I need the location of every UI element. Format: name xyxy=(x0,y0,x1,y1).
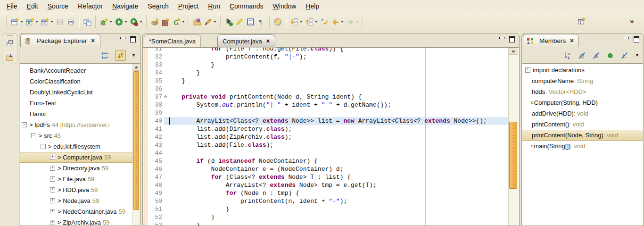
dropdown-arrow-icon[interactable] xyxy=(50,21,53,23)
show-whitespace-button[interactable]: ¶ xyxy=(256,17,267,27)
editor-tab-computerjava[interactable]: JComputer.java✕ xyxy=(217,34,275,48)
member-item[interactable]: CComputer(String, HDD) xyxy=(522,97,643,108)
close-icon[interactable]: ✕ xyxy=(266,38,270,44)
open-folder-button[interactable] xyxy=(192,17,203,27)
menu-item-edit[interactable]: Edit xyxy=(22,1,43,11)
run-history-button[interactable] xyxy=(129,17,144,27)
dropdown-arrow-icon[interactable] xyxy=(300,21,303,23)
tree-item[interactable]: DoublyLinkedCyclicList xyxy=(20,87,132,98)
sort-button[interactable]: az xyxy=(563,50,573,60)
run-button[interactable] xyxy=(114,17,129,27)
dropdown-arrow-icon[interactable] xyxy=(20,21,23,23)
hide-fields-button[interactable] xyxy=(577,50,587,60)
view-menu-icon[interactable]: ▼ xyxy=(634,53,641,58)
menu-item-help[interactable]: Help xyxy=(301,1,324,11)
tree-item[interactable]: +J> File.java59 xyxy=(20,174,132,184)
menu-item-window[interactable]: Window xyxy=(268,1,301,11)
debug-button[interactable] xyxy=(99,17,114,27)
open-perspective-button[interactable] xyxy=(576,16,587,27)
tree-item[interactable]: −J> IpdFs44 [https://svnserver.i xyxy=(20,119,132,130)
minimize-button[interactable] xyxy=(498,36,505,42)
member-item[interactable]: Smain(String[]) : void xyxy=(522,141,643,151)
menu-item-source[interactable]: Source xyxy=(43,1,73,11)
tree-item[interactable]: +J> HDD.java59 xyxy=(20,184,132,195)
expander-icon[interactable]: − xyxy=(41,144,46,149)
fast-view-grip[interactable] xyxy=(7,35,13,36)
tree-item[interactable]: −> src45 xyxy=(20,130,132,141)
console-button[interactable] xyxy=(245,17,256,27)
collapse-all-button[interactable] xyxy=(101,50,111,60)
expander-icon[interactable]: + xyxy=(50,155,55,160)
close-icon[interactable]: ✕ xyxy=(570,38,574,44)
package-explorer-tab[interactable]: Package Explorer ✕ xyxy=(20,34,100,47)
restore-views-button[interactable] xyxy=(4,38,15,49)
pointer-button[interactable] xyxy=(223,17,234,27)
dropdown-arrow-icon[interactable] xyxy=(214,21,216,23)
scroll-up-icon[interactable] xyxy=(133,64,140,71)
tree-item[interactable]: +J> Computer.java59 xyxy=(20,152,132,163)
package-explorer-tree[interactable]: BankAccountReaderColorClassificationDoub… xyxy=(20,63,140,226)
tree-item[interactable]: +J> NodeContainer.java59 xyxy=(20,206,132,217)
open-view-button[interactable] xyxy=(4,52,15,63)
expander-icon[interactable]: + xyxy=(525,67,530,73)
view-menu-icon[interactable]: ▼ xyxy=(130,53,137,58)
scroll-up-icon[interactable] xyxy=(509,48,518,55)
close-icon[interactable]: ✕ xyxy=(91,38,95,44)
box-wizard-button[interactable] xyxy=(149,17,160,27)
dropdown-arrow-icon[interactable] xyxy=(356,21,359,23)
member-item[interactable]: printContent(Node, String) : void xyxy=(522,130,643,141)
menu-item-project[interactable]: Project xyxy=(173,1,204,11)
web-browser-button[interactable] xyxy=(272,17,283,27)
last-edit-location-button[interactable] xyxy=(319,17,330,27)
editor-tab-someclassjava[interactable]: J*SomeClass.java xyxy=(144,34,201,48)
tree-item[interactable]: BankAccountReader xyxy=(20,65,132,76)
hide-locals-button[interactable]: L xyxy=(619,50,629,60)
member-item[interactable]: hdds : Vector<HDD> xyxy=(522,86,643,97)
expander-icon[interactable]: − xyxy=(31,133,36,138)
members-tab[interactable]: Members ✕ xyxy=(523,34,579,47)
highlighter-button[interactable] xyxy=(234,17,245,27)
open-type-button[interactable] xyxy=(82,17,93,27)
member-item[interactable]: printContent() : void xyxy=(522,119,643,130)
expander-icon[interactable]: + xyxy=(50,198,55,203)
member-item[interactable]: addDrive(HDD) : void xyxy=(522,108,643,119)
expander-icon[interactable]: + xyxy=(50,166,55,171)
tree-item[interactable]: ColorClassification xyxy=(20,76,132,87)
minimize-button[interactable] xyxy=(119,36,126,42)
maximize-button[interactable] xyxy=(633,36,640,42)
new-class-wizard-button[interactable] xyxy=(25,17,40,27)
expander-icon[interactable]: − xyxy=(22,122,27,127)
scrollbar-thumb[interactable] xyxy=(133,71,139,210)
save-button[interactable] xyxy=(55,17,66,27)
print-button[interactable] xyxy=(66,17,76,27)
forward-button[interactable] xyxy=(345,17,360,27)
line-number-ruler[interactable]: 3132333435363738394041424344454647484950… xyxy=(148,47,162,226)
maximize-button[interactable] xyxy=(509,36,515,42)
expander-icon[interactable]: + xyxy=(50,220,55,225)
package-explorer-scrollbar[interactable] xyxy=(132,64,140,226)
menu-item-commands[interactable]: Commands xyxy=(225,1,268,11)
scrollbar-thumb[interactable] xyxy=(509,122,517,189)
menu-item-refactor[interactable]: Refactor xyxy=(73,1,107,11)
new-project-wizard-button[interactable] xyxy=(40,17,55,27)
code-editor[interactable]: 3132333435363738394041424344454647484950… xyxy=(143,47,519,226)
toolbar-overflow-chevron[interactable]: » xyxy=(630,17,634,25)
maximize-button[interactable] xyxy=(130,36,136,42)
menu-item-file[interactable]: File xyxy=(2,1,22,11)
tree-item[interactable]: Euro-Test xyxy=(20,98,132,109)
hide-static-button[interactable]: S xyxy=(591,50,601,60)
member-item[interactable]: computerName : String xyxy=(522,75,643,86)
expander-icon[interactable]: + xyxy=(50,187,55,193)
editor-scrollbar[interactable] xyxy=(508,48,518,226)
menu-item-navigate[interactable]: Navigate xyxy=(107,1,143,11)
dropdown-arrow-icon[interactable] xyxy=(124,21,127,23)
tree-item[interactable]: Hanoi xyxy=(20,109,132,119)
tree-item[interactable]: +J> Directory.java59 xyxy=(20,163,132,174)
expander-icon[interactable]: + xyxy=(50,209,55,214)
marker-pen-button[interactable] xyxy=(203,17,218,27)
filter-public-button[interactable] xyxy=(605,50,615,60)
members-list[interactable]: +import declarationscomputerName : Strin… xyxy=(522,63,643,226)
member-item[interactable]: +import declarations xyxy=(522,65,643,75)
expander-icon[interactable]: + xyxy=(50,176,55,182)
dropdown-arrow-icon[interactable] xyxy=(182,21,185,23)
